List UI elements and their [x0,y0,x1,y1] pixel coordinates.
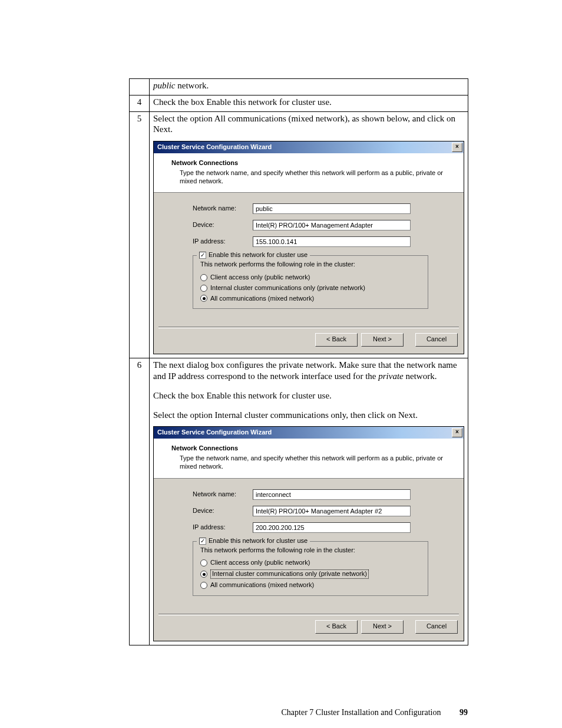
wizard-body: Network name: interconnect Device: Intel… [154,479,464,601]
back-button[interactable]: < Back [315,620,358,634]
wizard-header-sub: Type the network name, and specify wheth… [180,454,446,471]
fieldset-desc: This network performs the following role… [200,261,422,269]
enable-fieldset: ✓ Enable this network for cluster use Th… [193,541,428,596]
cancel-button[interactable]: Cancel [415,620,458,634]
next-button[interactable]: Next > [361,620,404,634]
wizard-dialog-interconnect: Cluster Service Configuration Wizard × N… [153,426,464,641]
wizard-dialog-public: Cluster Service Configuration Wizard × N… [153,141,464,354]
step-num: 4 [130,95,150,111]
label-network-name: Network name: [193,490,253,499]
page-number: 99 [459,708,468,717]
label-device: Device: [193,507,253,515]
step-num: 6 [130,358,150,645]
step6-p1: The next dialog box configures the priva… [153,360,464,382]
radio-public-label: Client access only (public network) [210,559,310,567]
enable-checkbox[interactable]: ✓ [199,538,206,545]
radio-mixed[interactable] [200,582,207,589]
input-device[interactable]: Intel(R) PRO/100+ Management Adapter [253,220,411,230]
radio-mixed[interactable] [200,295,207,302]
wizard-header-sub: Type the network name, and specify wheth… [180,169,446,186]
label-ip: IP address: [193,238,253,246]
enable-checkbox[interactable]: ✓ [199,252,206,259]
step-desc: Select the option All communications (mi… [150,111,468,358]
radio-mixed-label: All communications (mixed network) [210,295,314,303]
label-network-name: Network name: [193,205,253,213]
enable-fieldset: ✓ Enable this network for cluster use Th… [193,255,428,309]
input-network-name[interactable]: public [253,203,411,214]
fieldset-desc: This network performs the following role… [200,546,422,555]
step6-p2: Check the box Enable this network for cl… [153,390,464,401]
label-device: Device: [193,221,253,229]
enable-checkbox-label: Enable this network for cluster use [209,251,308,259]
enable-checkbox-label: Enable this network for cluster use [209,537,308,545]
cancel-button[interactable]: Cancel [415,333,458,347]
step-desc: Check the box Enable this network for cl… [150,95,468,111]
radio-private-label: Internal cluster communications only (pr… [210,569,369,579]
step-num: 5 [130,111,150,358]
close-icon[interactable]: × [452,428,462,437]
radio-mixed-label: All communications (mixed network) [210,581,314,589]
wizard-header-title: Network Connections [171,159,446,167]
radio-public-label: Client access only (public network) [210,274,310,282]
input-ip[interactable]: 200.200.200.125 [253,522,411,533]
titlebar: Cluster Service Configuration Wizard × [154,427,464,439]
step-desc: The next dialog box configures the priva… [150,358,468,645]
input-device[interactable]: Intel(R) PRO/100+ Management Adapter #2 [253,506,411,516]
button-row: < Back Next > Cancel [154,328,464,354]
radio-public[interactable] [200,274,207,281]
radio-private-label: Internal cluster communications only (pr… [210,284,365,292]
dialog-title: Cluster Service Configuration Wizard [157,429,272,437]
dialog-title: Cluster Service Configuration Wizard [157,143,272,151]
page-footer: Chapter 7 Cluster Installation and Confi… [0,708,562,717]
next-button[interactable]: Next > [361,333,404,347]
step-desc: public network. [150,79,468,95]
close-icon[interactable]: × [452,143,462,152]
titlebar: Cluster Service Configuration Wizard × [154,141,464,153]
input-ip[interactable]: 155.100.0.141 [253,236,411,247]
wizard-header: Network Connections Type the network nam… [154,153,464,193]
step6-p3: Select the option Internal cluster commu… [153,410,464,421]
radio-private[interactable] [200,571,207,578]
back-button[interactable]: < Back [315,333,358,347]
italic-word: private [378,371,404,381]
footer-text: Chapter 7 Cluster Installation and Confi… [281,708,441,717]
button-row: < Back Next > Cancel [154,615,464,641]
wizard-body: Network name: public Device: Intel(R) PR… [154,193,464,314]
wizard-header: Network Connections Type the network nam… [154,439,464,478]
label-ip: IP address: [193,523,253,532]
radio-public[interactable] [200,559,207,566]
radio-private[interactable] [200,285,207,292]
wizard-header-title: Network Connections [171,444,446,453]
step-num [130,79,150,95]
steps-table: public network. 4 Check the box Enable t… [129,78,468,645]
input-network-name[interactable]: interconnect [253,489,411,500]
italic-word: public [153,81,176,90]
